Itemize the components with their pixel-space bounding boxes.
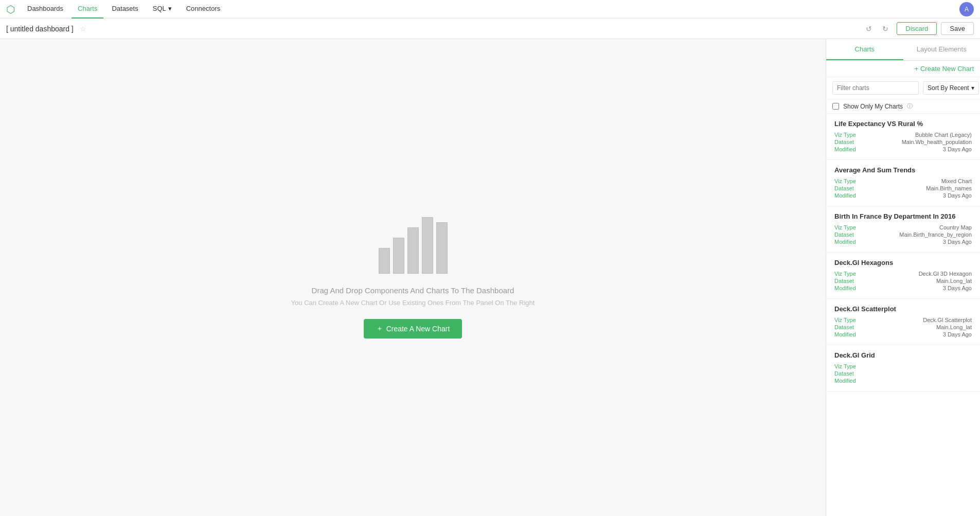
chart-card-modified-row: Modified 3 Days Ago xyxy=(834,285,972,291)
chart-card-title: Deck.Gl Grid xyxy=(834,351,972,359)
chart-card-modified-row: Modified 3 Days Ago xyxy=(834,192,972,199)
create-new-chart-button[interactable]: ＋ Create A New Chart xyxy=(364,319,462,339)
chart-card-3[interactable]: Deck.Gl Hexagons Viz Type Deck.Gl 3D Hex… xyxy=(826,253,980,299)
top-nav: ⬡ Dashboards Charts Datasets SQL ▾ Conne… xyxy=(0,0,980,19)
undo-redo-group: ↺ ↻ xyxy=(862,22,893,36)
sql-dropdown-icon: ▾ xyxy=(168,5,172,12)
right-panel: Charts Layout Elements + Create New Char… xyxy=(826,39,980,516)
chart-card-1[interactable]: Average And Sum Trends Viz Type Mixed Ch… xyxy=(826,160,980,206)
chart-card-modified-row: Modified 3 Days Ago xyxy=(834,146,972,152)
show-only-row: Show Only My Charts ⓘ xyxy=(826,99,980,114)
canvas-area: Drag And Drop Components And Charts To T… xyxy=(0,39,826,516)
chart-card-dataset-row: Dataset Main.Long_lat xyxy=(834,278,972,284)
placeholder-sub-text: You Can Create A New Chart Or Use Existi… xyxy=(291,299,535,307)
chart-card-modified-row: Modified xyxy=(834,378,972,384)
chart-card-title: Birth In France By Department In 2016 xyxy=(834,212,972,220)
chart-card-title: Average And Sum Trends xyxy=(834,166,972,174)
redo-button[interactable]: ↻ xyxy=(878,22,893,36)
nav-item-sql[interactable]: SQL ▾ xyxy=(147,0,178,19)
nav-item-charts[interactable]: Charts xyxy=(72,0,103,19)
chart-card-dataset-row: Dataset Main.Birth_names xyxy=(834,185,972,191)
discard-button[interactable]: Discard xyxy=(897,22,937,35)
chart-card-5[interactable]: Deck.Gl Grid Viz Type Dataset Modified xyxy=(826,345,980,392)
show-only-label: Show Only My Charts xyxy=(843,103,903,110)
plus-icon: ＋ xyxy=(376,324,383,333)
create-new-chart-link[interactable]: + Create New Chart xyxy=(915,65,974,73)
chart-card-2[interactable]: Birth In France By Department In 2016 Vi… xyxy=(826,206,980,253)
bar-4 xyxy=(422,217,433,274)
sort-dropdown-chevron-icon: ▾ xyxy=(971,84,974,92)
placeholder-main-text: Drag And Drop Components And Charts To T… xyxy=(312,286,514,295)
chart-card-4[interactable]: Deck.Gl Scatterplot Viz Type Deck.Gl Sca… xyxy=(826,299,980,345)
bar-3 xyxy=(407,227,419,274)
chart-card-title: Life Expectancy VS Rural % xyxy=(834,120,972,128)
chart-card-title: Deck.Gl Scatterplot xyxy=(834,305,972,313)
show-only-checkbox[interactable] xyxy=(832,103,839,110)
toolbar: [ untitled dashboard ] ☆ ↺ ↻ Discard Sav… xyxy=(0,19,980,39)
panel-tabs: Charts Layout Elements xyxy=(826,39,980,61)
charts-list: Life Expectancy VS Rural % Viz Type Bubb… xyxy=(826,114,980,516)
chart-card-modified-row: Modified 3 Days Ago xyxy=(834,331,972,337)
app-logo-icon: ⬡ xyxy=(6,3,15,15)
chart-card-viz-row: Viz Type Mixed Chart xyxy=(834,178,972,184)
filter-charts-input[interactable] xyxy=(832,81,919,95)
nav-item-connectors[interactable]: Connectors xyxy=(180,0,226,19)
tab-layout-elements[interactable]: Layout Elements xyxy=(903,39,981,60)
bar-5 xyxy=(436,222,448,274)
info-icon[interactable]: ⓘ xyxy=(907,102,913,110)
dashboard-title: [ untitled dashboard ] xyxy=(6,25,74,33)
chart-card-viz-row: Viz Type Deck.Gl Scatterplot xyxy=(834,317,972,323)
bar-2 xyxy=(393,238,404,274)
chart-card-viz-row: Viz Type Country Map xyxy=(834,224,972,230)
nav-item-datasets[interactable]: Datasets xyxy=(105,0,144,19)
chart-card-viz-row: Viz Type Bubble Chart (Legacy) xyxy=(834,132,972,138)
chart-card-modified-row: Modified 3 Days Ago xyxy=(834,239,972,245)
chart-card-dataset-row: Dataset xyxy=(834,370,972,377)
chart-card-viz-row: Viz Type xyxy=(834,363,972,369)
bar-1 xyxy=(379,248,390,274)
favorite-icon[interactable]: ☆ xyxy=(80,25,86,33)
main-layout: Drag And Drop Components And Charts To T… xyxy=(0,39,980,516)
nav-item-dashboards[interactable]: Dashboards xyxy=(21,0,69,19)
undo-button[interactable]: ↺ xyxy=(862,22,876,36)
chart-card-0[interactable]: Life Expectancy VS Rural % Viz Type Bubb… xyxy=(826,114,980,160)
sort-dropdown[interactable]: Sort By Recent ▾ xyxy=(923,81,979,95)
save-button[interactable]: Save xyxy=(941,22,974,35)
chart-card-dataset-row: Dataset Main.Birth_france_by_region xyxy=(834,232,972,238)
avatar[interactable]: A xyxy=(959,2,974,16)
chart-card-title: Deck.Gl Hexagons xyxy=(834,259,972,266)
chart-card-viz-row: Viz Type Deck.Gl 3D Hexagon xyxy=(834,271,972,277)
placeholder-chart-icon xyxy=(379,217,448,274)
chart-card-dataset-row: Dataset Main.Long_lat xyxy=(834,324,972,330)
chart-card-dataset-row: Dataset Main.Wb_health_population xyxy=(834,139,972,145)
panel-filter-row: Sort By Recent ▾ xyxy=(826,77,980,99)
tab-charts[interactable]: Charts xyxy=(826,39,903,60)
panel-actions: + Create New Chart xyxy=(826,61,980,77)
